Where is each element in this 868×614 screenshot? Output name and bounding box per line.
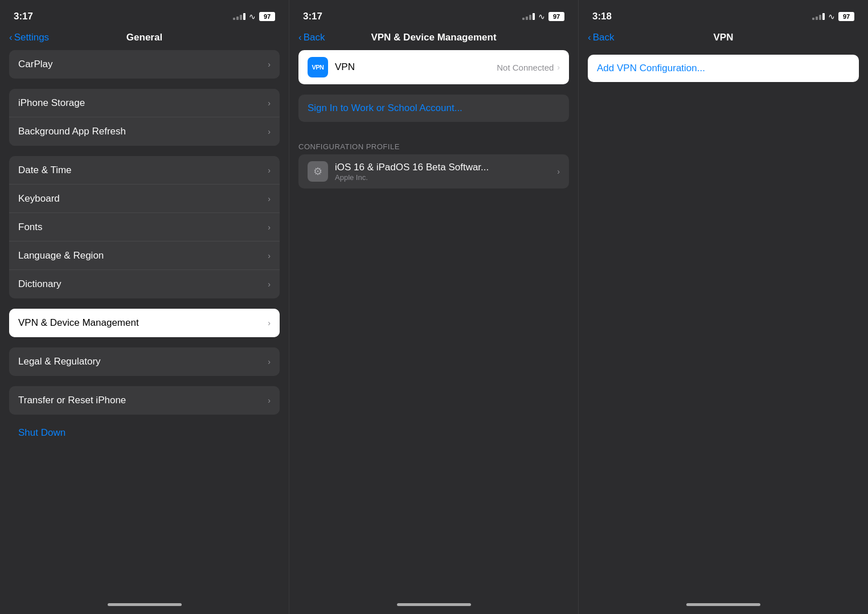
section-locale: Date & Time › Keyboard › Fonts › Languag… [9,156,280,298]
iphone-storage-label: iPhone Storage [18,97,85,109]
background-refresh-chevron: › [268,127,271,136]
profile-info: iOS 16 & iPadOS 16 Beta Softwar... Apple… [335,162,557,182]
transfer-reset-chevron: › [268,396,271,405]
status-time-3: 3:18 [592,11,612,22]
back-button-3[interactable]: ‹ Back [588,32,614,43]
home-indicator-3 [579,595,868,614]
panel-general: 3:17 ∿ 97 ‹ Settings General CarPlay › [0,0,289,614]
section-carplay: CarPlay › [9,50,280,79]
vpn-label: VPN [335,62,497,73]
carplay-chevron: › [268,60,271,69]
date-time-right: › [268,166,271,175]
home-indicator-1 [0,595,289,614]
list-item-vpn-device-mgmt[interactable]: VPN & Device Management › [9,309,280,337]
status-bar-3: 3:18 ∿ 97 [579,0,868,28]
home-bar-1 [108,603,182,606]
profile-subtitle: Apple Inc. [335,173,557,182]
profile-icon-symbol: ⚙ [313,165,322,178]
nav-title-2: VPN & Device Management [371,32,496,43]
sign-in-button[interactable]: Sign In to Work or School Account... [298,95,569,122]
signal-icon-3 [812,13,825,20]
list-item-transfer-reset[interactable]: Transfer or Reset iPhone › [9,386,280,415]
vpn-status: Not Connected [497,63,554,72]
section-vpn-mgmt: VPN & Device Management › [9,309,280,337]
list-item-date-time[interactable]: Date & Time › [9,156,280,185]
list-item-iphone-storage[interactable]: iPhone Storage › [9,89,280,117]
keyboard-right: › [268,194,271,203]
transfer-reset-right: › [268,396,271,405]
list-item-fonts[interactable]: Fonts › [9,213,280,241]
nav-back-label-3[interactable]: Back [593,32,615,43]
carplay-right: › [268,60,271,69]
date-time-label: Date & Time [18,165,72,176]
add-vpn-button[interactable]: Add VPN Configuration... [588,55,859,82]
carplay-label: CarPlay [18,59,52,70]
status-icons-1: ∿ 97 [233,12,275,21]
profile-icon: ⚙ [308,161,328,182]
list-item-legal-regulatory[interactable]: Legal & Regulatory › [9,347,280,376]
list-item-dictionary[interactable]: Dictionary › [9,270,280,298]
section-shutdown: Shut Down [9,425,280,441]
signal-icon-2 [522,13,535,20]
shut-down-button[interactable]: Shut Down [9,419,75,446]
battery-3: 97 [838,12,854,21]
vpn-section: VPN VPN Not Connected › [289,50,578,84]
section-legal: Legal & Regulatory › [9,347,280,376]
config-profile-header: CONFIGURATION PROFILE [289,138,578,154]
status-icons-3: ∿ 97 [812,12,854,21]
sign-in-section: Sign In to Work or School Account... [289,95,578,122]
list-item-keyboard[interactable]: Keyboard › [9,185,280,213]
iphone-storage-right: › [268,99,271,108]
dictionary-right: › [268,280,271,289]
chevron-left-icon-2: ‹ [298,32,302,43]
iphone-storage-chevron: › [268,99,271,108]
chevron-left-icon-3: ‹ [588,32,591,43]
home-bar-2 [397,603,471,606]
battery-2: 97 [548,12,564,21]
vpn-device-mgmt-chevron: › [268,318,271,328]
list-item-carplay[interactable]: CarPlay › [9,50,280,79]
nav-title-1: General [126,32,162,43]
status-bar-2: 3:17 ∿ 97 [289,0,578,28]
panel-vpn: 3:18 ∿ 97 ‹ Back VPN Add VPN Configurati… [579,0,868,614]
wifi-icon-3: ∿ [828,12,835,21]
vpn-icon-text: VPN [312,64,324,71]
profile-row[interactable]: ⚙ iOS 16 & iPadOS 16 Beta Softwar... App… [298,154,569,189]
status-time-1: 3:17 [14,11,33,22]
language-region-chevron: › [268,251,271,260]
date-time-chevron: › [268,166,271,175]
fonts-right: › [268,223,271,232]
nav-back-label-1[interactable]: Settings [14,32,49,43]
vpn-row[interactable]: VPN VPN Not Connected › [298,50,569,84]
section-storage: iPhone Storage › Background App Refresh … [9,89,280,146]
battery-1: 97 [259,12,275,21]
dictionary-chevron: › [268,280,271,289]
language-region-right: › [268,251,271,260]
legal-regulatory-right: › [268,357,271,366]
transfer-reset-label: Transfer or Reset iPhone [18,395,126,406]
wifi-icon-1: ∿ [249,12,256,21]
keyboard-chevron: › [268,194,271,203]
add-vpn-text: Add VPN Configuration... [597,63,705,73]
background-refresh-right: › [268,127,271,136]
nav-back-label-2[interactable]: Back [304,32,325,43]
back-button-2[interactable]: ‹ Back [298,32,325,43]
profile-chevron: › [557,167,560,176]
add-vpn-section: Add VPN Configuration... [579,55,868,82]
settings-list-1: CarPlay › iPhone Storage › Background Ap… [0,50,289,595]
list-item-language-region[interactable]: Language & Region › [9,241,280,270]
wifi-icon-2: ∿ [538,12,545,21]
language-region-label: Language & Region [18,250,104,261]
nav-title-3: VPN [714,32,734,43]
vpn-device-mgmt-label: VPN & Device Management [18,317,139,329]
vpn-icon: VPN [308,57,328,77]
signal-icon-1 [233,13,245,20]
nav-bar-2: ‹ Back VPN & Device Management [289,28,578,50]
back-button-1[interactable]: ‹ Settings [9,32,49,43]
fonts-chevron: › [268,223,271,232]
nav-bar-1: ‹ Settings General [0,28,289,50]
legal-regulatory-label: Legal & Regulatory [18,356,101,367]
list-item-background-refresh[interactable]: Background App Refresh › [9,117,280,146]
home-bar-3 [686,603,760,606]
status-time-2: 3:17 [303,11,322,22]
